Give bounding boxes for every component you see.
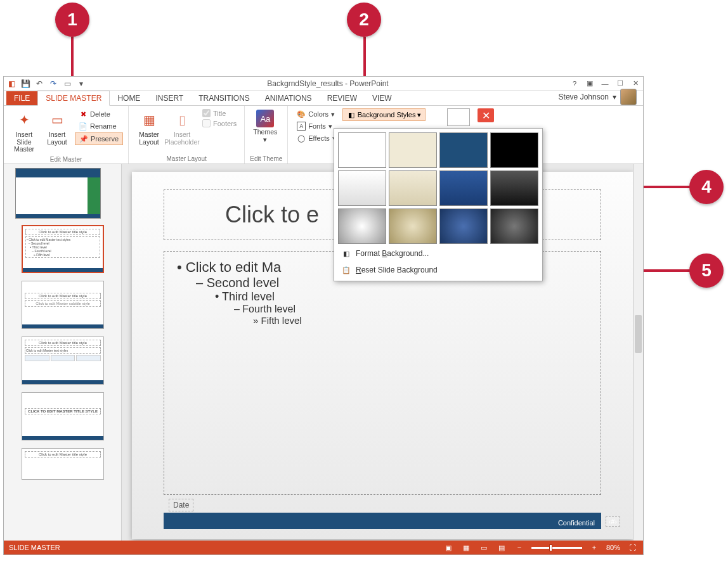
bg-style-7[interactable] (439, 170, 488, 206)
thumbnail-layout-5[interactable]: Click to edit Master title style (22, 448, 104, 480)
thumbnail-master[interactable] (15, 168, 101, 219)
insert-layout-label: Insert Layout (43, 131, 71, 146)
maximize-icon[interactable]: ☐ (615, 79, 625, 88)
account-area[interactable]: Steve Johnson ▾ (559, 89, 637, 105)
background-styles-button[interactable]: ◧Background Styles ▾ (342, 108, 426, 121)
tab-animations[interactable]: ANIMATIONS (257, 91, 320, 105)
title-checkbox[interactable]: Title (200, 108, 239, 118)
ribbon-options-icon[interactable]: ▣ (585, 79, 595, 88)
bg-style-1[interactable] (338, 132, 386, 168)
master-layout-icon: ▦ (139, 110, 159, 130)
bg-style-3[interactable] (439, 132, 488, 168)
reset-background-icon: 📋 (342, 266, 351, 274)
reset-slide-background-item[interactable]: 📋 Reset Slide Background (338, 263, 538, 277)
insert-slide-master-label: Insert Slide Master (10, 131, 38, 153)
footers-checkbox[interactable]: Footers (200, 119, 239, 128)
format-background-item[interactable]: ◧ Format Background... (338, 247, 538, 260)
quick-access-toolbar: ◧ 💾 ↶ ↷ ▭ ▾ (6, 79, 86, 89)
format-background-label: Format Background... (356, 249, 429, 258)
bg-style-12[interactable] (490, 208, 538, 244)
reading-view-icon[interactable]: ▭ (478, 542, 490, 553)
insert-slide-master-button[interactable]: ✦ Insert Slide Master (9, 108, 39, 155)
bg-style-8[interactable] (490, 170, 538, 206)
app-icon: ◧ (6, 79, 16, 89)
tab-review[interactable]: REVIEW (320, 91, 365, 105)
insert-slide-master-icon: ✦ (14, 110, 34, 130)
insert-placeholder-button[interactable]: ▯ Insert Placeholder (167, 108, 197, 154)
group-edit-master: ✦ Insert Slide Master ▭ Insert Layout ✖D… (4, 106, 129, 163)
insert-placeholder-icon: ▯ (172, 110, 192, 130)
bg-style-4[interactable] (490, 132, 538, 168)
close-icon[interactable]: ✕ (630, 79, 640, 88)
date-placeholder[interactable]: Date (169, 499, 193, 511)
bg-style-2[interactable] (389, 132, 437, 168)
start-from-beginning-icon[interactable]: ▭ (62, 79, 72, 89)
normal-view-icon[interactable]: ▣ (443, 542, 454, 553)
rename-button[interactable]: 📄Rename (75, 120, 123, 132)
user-dropdown-icon[interactable]: ▾ (613, 93, 616, 101)
title-checkbox-input[interactable] (202, 109, 211, 117)
effects-icon: ◯ (297, 134, 306, 143)
thumbnail-layout-1[interactable]: Click to edit Master title style • Click… (22, 225, 104, 273)
reset-background-label: Reset Slide Background (356, 266, 438, 274)
scrollbar-thumb[interactable] (635, 315, 642, 353)
preserve-button[interactable]: 📌Preserve (75, 132, 123, 145)
help-icon[interactable]: ? (569, 79, 580, 88)
slideshow-icon[interactable]: ▤ (496, 542, 507, 553)
zoom-slider[interactable] (531, 547, 582, 549)
bg-style-9[interactable] (338, 208, 386, 244)
bg-style-11[interactable] (439, 208, 488, 244)
thumbnail-layout-4[interactable]: CLICK TO EDIT MASTER TITLE STYLE (22, 392, 104, 440)
themes-label: Themes▾ (253, 129, 277, 143)
minimize-icon[interactable]: — (600, 79, 610, 88)
master-layout-button[interactable]: ▦ Master Layout (134, 108, 164, 154)
zoom-slider-thumb[interactable] (549, 544, 552, 551)
body-placeholder[interactable]: Click to edit Ma Second level Third leve… (164, 251, 601, 495)
zoom-percent[interactable]: 80% (606, 544, 620, 551)
bg-style-5[interactable] (338, 170, 386, 206)
callout-1-num: 1 (67, 10, 77, 30)
footers-checkbox-input[interactable] (202, 119, 211, 127)
background-styles-icon: ◧ (347, 110, 356, 119)
undo-icon[interactable]: ↶ (34, 79, 44, 89)
avatar[interactable] (620, 89, 637, 105)
tab-transitions[interactable]: TRANSITIONS (191, 91, 257, 105)
save-icon[interactable]: 💾 (20, 79, 30, 89)
slide-size-button[interactable] (447, 108, 470, 126)
thumbnail-layout-3[interactable]: Click to edit Master title style Click t… (22, 336, 104, 385)
tab-slide-master[interactable]: SLIDE MASTER (37, 91, 110, 106)
callout-5-num: 5 (701, 260, 712, 281)
fit-to-window-icon[interactable]: ⛶ (627, 542, 638, 553)
close-master-button[interactable]: ✕ (478, 108, 494, 122)
tab-view[interactable]: VIEW (365, 91, 400, 105)
delete-button[interactable]: ✖Delete (75, 108, 123, 120)
preserve-icon: 📌 (79, 134, 88, 143)
callout-5: 5 (689, 253, 724, 288)
thumbnail-pane[interactable]: 2 Click to edit Master title style • Cli… (4, 164, 122, 541)
zoom-in-icon[interactable]: + (588, 542, 600, 553)
callout-1: 1 (55, 3, 89, 37)
vertical-scrollbar[interactable] (633, 164, 643, 541)
effects-button[interactable]: ◯Effects ▾ (293, 132, 339, 144)
format-background-icon: ◧ (342, 249, 351, 258)
slide-number-placeholder[interactable]: ‹#› (606, 516, 620, 527)
slide-sorter-icon[interactable]: ▦ (460, 542, 472, 553)
tab-home[interactable]: HOME (110, 91, 148, 105)
qat-customize-icon[interactable]: ▾ (76, 79, 86, 89)
colors-label: Colors (308, 110, 328, 118)
bg-style-6[interactable] (389, 170, 437, 206)
delete-label: Delete (90, 110, 110, 118)
themes-button[interactable]: Aa Themes▾ (250, 108, 280, 154)
tab-file[interactable]: FILE (6, 91, 37, 105)
bg-style-10[interactable] (389, 208, 437, 244)
zoom-out-icon[interactable]: − (514, 542, 525, 553)
tab-insert[interactable]: INSERT (148, 91, 191, 105)
colors-button[interactable]: 🎨Colors ▾ (293, 108, 339, 120)
fonts-button[interactable]: AFonts ▾ (293, 120, 339, 132)
body-l5: Fifth level (253, 315, 588, 326)
redo-icon[interactable]: ↷ (48, 79, 58, 89)
thumbnail-layout-2[interactable]: Click to edit Master title style Click t… (22, 281, 104, 329)
insert-layout-button[interactable]: ▭ Insert Layout (42, 108, 72, 155)
title-checkbox-label: Title (213, 110, 226, 117)
master-layout-label: Master Layout (135, 131, 163, 146)
